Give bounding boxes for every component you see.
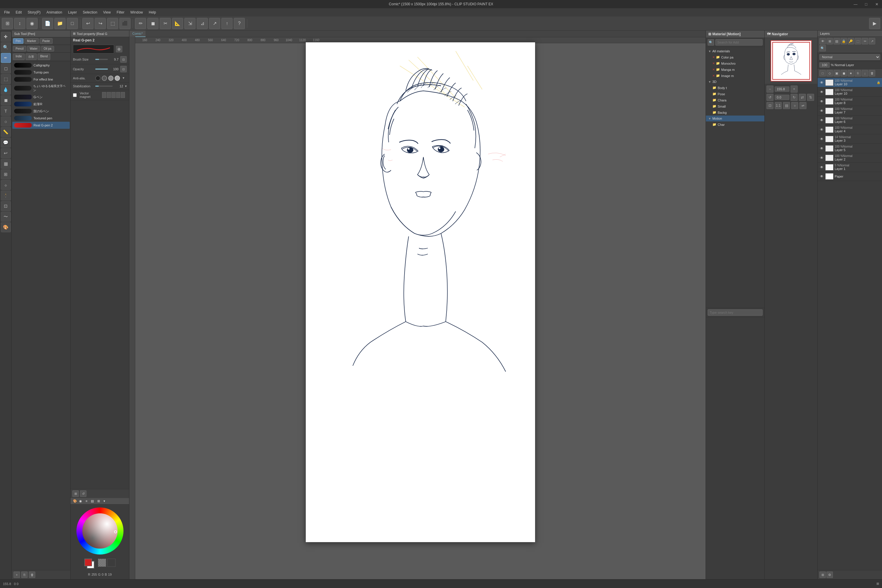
status-mode-btn[interactable]: ⊞ — [876, 582, 879, 586]
menu-animation[interactable]: Animation — [44, 9, 65, 16]
toolbar-transform-btn[interactable]: ⇲ — [184, 18, 195, 29]
tree-motion[interactable]: ▼ Motion — [706, 116, 764, 122]
layer-tool-clip[interactable]: ✂ — [862, 38, 868, 44]
sub-tool-copy-btn[interactable]: ⎘ — [21, 572, 28, 578]
layer-tool-eye[interactable]: 👁 — [819, 38, 826, 44]
sub-tool-tab-pencil[interactable]: Pencil — [13, 46, 26, 51]
canvas-tab[interactable]: Comic* — [129, 31, 146, 37]
antialias-3[interactable] — [115, 75, 120, 81]
layer-3-eye[interactable]: 👁 — [819, 137, 824, 141]
nav-1to1-btn[interactable]: 1:1 — [775, 102, 782, 109]
menu-story[interactable]: Story(P) — [25, 9, 44, 16]
opacity-slider[interactable] — [95, 69, 108, 70]
tool-prop-settings-btn[interactable]: ⊞ — [72, 490, 79, 497]
tree-chara[interactable]: 📁 Chara — [706, 97, 764, 103]
tree-monochro[interactable]: ✕ 📁 Monochro — [706, 60, 764, 66]
layer-6-eye[interactable]: 👁 — [819, 118, 824, 123]
tree-all-materials[interactable]: ▼ All materials — [706, 48, 764, 54]
toolbar-ruler-btn[interactable]: 📐 — [172, 18, 183, 29]
stabilization-expand[interactable]: ▾ — [125, 84, 127, 88]
sub-tool-item-effect[interactable]: For effect line — [12, 76, 70, 83]
tree-color-pa[interactable]: ✕ 📁 Color pa — [706, 54, 764, 60]
vm-level3[interactable] — [111, 92, 116, 98]
brush-size-lock-btn[interactable]: ⊡ — [120, 56, 127, 63]
tool-prop-rotate-btn[interactable]: ↺ — [80, 490, 86, 497]
close-button[interactable]: ✕ — [872, 0, 882, 8]
sub-tool-tab-marker[interactable]: Marker — [24, 38, 39, 44]
sub-tool-tab-blend[interactable]: Blend — [38, 54, 51, 60]
sub-tool-item-gpen[interactable]: Gペン — [12, 93, 70, 100]
layer-1-eye[interactable]: 👁 — [819, 165, 824, 170]
tool-move[interactable]: ✚ — [1, 32, 11, 42]
tool-balloon[interactable]: 💬 — [1, 138, 11, 148]
tool-pose[interactable]: 🕴 — [1, 190, 11, 201]
opacity-lock-btn[interactable]: ⊡ — [120, 66, 127, 72]
menu-selection[interactable]: Selection — [80, 9, 100, 16]
vm-level2[interactable] — [107, 92, 111, 98]
nav-fit-btn[interactable]: ⊡ — [766, 102, 774, 109]
sub-tool-tab-water[interactable]: Water — [27, 46, 40, 51]
layer-new-group[interactable]: ▣ — [834, 70, 840, 76]
antialias-expand[interactable]: ▾ — [121, 75, 126, 80]
toolbar-vector-btn[interactable]: ↗ — [209, 18, 220, 29]
layer-tool-search[interactable]: 🔍 — [819, 45, 826, 51]
vm-level5[interactable] — [121, 92, 125, 98]
layers-add-folder-btn[interactable]: ⊞ — [819, 572, 826, 578]
color-saturation-box[interactable] — [82, 513, 118, 549]
antialias-1[interactable] — [102, 75, 107, 81]
layers-settings-btn[interactable]: ⚙ — [826, 572, 833, 578]
antialias-2[interactable] — [108, 75, 114, 81]
brush-enlarge-btn[interactable]: ⊕ — [116, 46, 122, 52]
toolbar-move-btn[interactable]: ↕ — [14, 18, 25, 29]
layer-4-eye[interactable]: 👁 — [819, 127, 824, 132]
canvas-wrapper[interactable] — [135, 36, 706, 579]
nav-zoom-in-btn[interactable]: + — [790, 86, 798, 93]
transparent-swatch[interactable] — [107, 559, 116, 567]
toolbar-arrow-btn[interactable]: ↑ — [221, 18, 232, 29]
menu-help[interactable]: Help — [146, 9, 159, 16]
materials-search-input[interactable] — [715, 39, 763, 46]
layer-new-raster[interactable]: □ — [819, 70, 826, 76]
toolbar-select-btn[interactable]: ⬚ — [107, 18, 118, 29]
tool-select[interactable]: ⬚ — [1, 74, 11, 84]
sub-tool-del-btn[interactable]: 🗑 — [29, 572, 35, 578]
color-tab-set[interactable]: ▤ — [90, 499, 95, 503]
pattern-swatch[interactable] — [98, 559, 106, 567]
layer-2-eye[interactable]: 👁 — [819, 156, 824, 160]
foreground-color-swatch[interactable] — [84, 559, 92, 566]
tool-zoom[interactable]: 🔍 — [1, 42, 11, 52]
layer-merge-down[interactable]: ↓ — [862, 70, 868, 76]
toolbar-square-btn[interactable]: □ — [67, 18, 78, 29]
menu-file[interactable]: File — [1, 9, 13, 16]
antialias-0[interactable] — [95, 75, 100, 81]
nav-extra-btn3[interactable]: ⇌ — [800, 102, 807, 109]
sub-tool-item-calligraphy[interactable]: Calligraphy — [12, 62, 70, 69]
layer-opacity-input[interactable] — [819, 62, 830, 68]
tool-shape[interactable]: ○ — [1, 116, 11, 126]
vector-magnet-checkbox[interactable] — [73, 93, 77, 97]
sub-tool-tab-oilpa[interactable]: Oil pa — [41, 46, 54, 51]
tool-correct[interactable]: ↩ — [1, 148, 11, 158]
nav-extra-btn1[interactable]: ▤ — [783, 102, 790, 109]
sub-tool-tab-pen[interactable]: Pen — [13, 38, 24, 44]
layer-paper-eye[interactable]: 👁 — [819, 174, 824, 179]
sub-tool-tab-paste[interactable]: Paste — [40, 38, 52, 44]
tool-3d[interactable]: ⟐ — [1, 180, 11, 190]
toolbar-nav-btn[interactable]: ◉ — [27, 18, 38, 29]
layer-tool-compose[interactable]: ⊞ — [826, 38, 833, 44]
menu-view[interactable]: View — [100, 9, 114, 16]
tree-char[interactable]: 📁 Char — [706, 122, 764, 128]
sub-tool-tab-shape[interactable]: 台形 — [26, 54, 37, 60]
brush-size-slider[interactable] — [95, 59, 108, 60]
materials-type-search-input[interactable] — [708, 309, 763, 316]
sub-tool-item-turnip[interactable]: Turnip pen — [12, 69, 70, 76]
layer-item-10-active[interactable]: 👁 100 %Normal Layer 10 🔒 — [818, 78, 882, 87]
layer-item-5[interactable]: 👁 100 %Normal Layer 5 — [818, 144, 882, 153]
layer-item-8[interactable]: 👁 100 %Normal Layer 8 — [818, 97, 882, 106]
toolbar-brush-btn[interactable]: ✏ — [135, 18, 146, 29]
layer-item-10b[interactable]: 👁 100 %Normal Layer 10 — [818, 87, 882, 97]
maximize-button[interactable]: □ — [861, 0, 872, 8]
menu-window[interactable]: Window — [127, 9, 146, 16]
layer-item-1[interactable]: 👁 5 %Normal Layer 1 — [818, 163, 882, 172]
layer-item-4[interactable]: 👁 100 %Normal Layer 4 — [818, 125, 882, 134]
